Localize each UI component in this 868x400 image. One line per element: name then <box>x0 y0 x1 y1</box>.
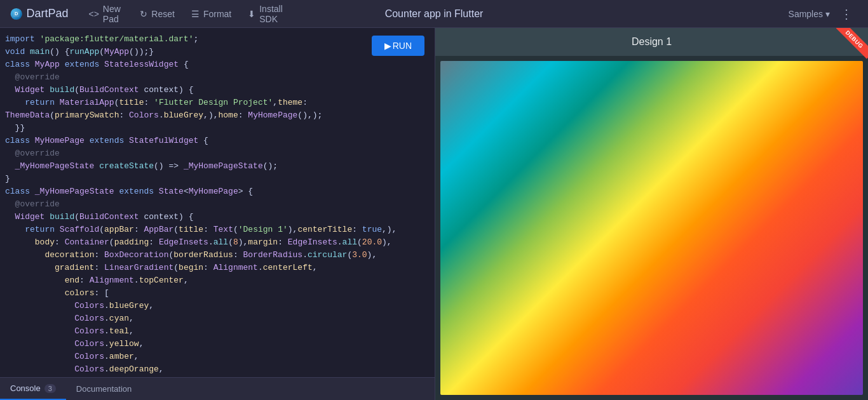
code-line: @override <box>0 71 435 84</box>
debug-ribbon <box>836 28 868 60</box>
code-line: return Scaffold(appBar: AppBar(title: Te… <box>0 223 435 236</box>
reset-button[interactable]: ↻ Reset <box>133 6 181 22</box>
code-line: decoration: BoxDecoration(borderRadius: … <box>0 249 435 262</box>
documentation-tab[interactable]: Documentation <box>66 378 142 400</box>
code-line: Colors.amber, <box>0 350 435 363</box>
code-line: Colors.red, <box>0 376 435 377</box>
code-line: body: Container(padding: EdgeInsets.all(… <box>0 236 435 249</box>
preview-header: Design 1 <box>435 28 868 56</box>
dart-logo-icon: D <box>10 5 22 23</box>
run-icon: ▶ <box>384 41 391 51</box>
main-content: ▶ RUN import 'package:flutter/material.d… <box>0 28 868 400</box>
preview-title: Design 1 <box>632 36 672 48</box>
code-line: }} <box>0 122 435 135</box>
console-tab[interactable]: Console 3 <box>0 378 66 400</box>
topbar: D DartPad <> New Pad ↻ Reset ☰ Format ⬇ … <box>0 0 868 28</box>
app-title: Counter app in Flutter <box>293 8 576 20</box>
right-panel: Design 1 <box>435 28 868 400</box>
code-line: class _MyHomePageState extends State<MyH… <box>0 185 435 198</box>
left-panel: ▶ RUN import 'package:flutter/material.d… <box>0 28 435 400</box>
code-line: ThemeData(primarySwatch: Colors.blueGrey… <box>0 109 435 122</box>
code-line: Widget build(BuildContext context) { <box>0 84 435 97</box>
topbar-right: Samples ▾ ⋮ <box>575 4 858 24</box>
run-button-container: ▶ RUN <box>372 36 424 56</box>
code-line: Widget build(BuildContext context) { <box>0 211 435 223</box>
download-icon: ⬇ <box>248 9 255 19</box>
code-line: Colors.yellow, <box>0 338 435 350</box>
code-line: _MyHomePageState createState() => _MyHom… <box>0 160 435 173</box>
code-line: gradient: LinearGradient(begin: Alignmen… <box>0 262 435 274</box>
console-badge: 3 <box>44 384 56 393</box>
install-sdk-button[interactable]: ⬇ Install SDK <box>241 1 292 27</box>
code-line: class MyApp extends StatelessWidget { <box>0 58 435 71</box>
reset-icon: ↻ <box>140 9 147 19</box>
preview-canvas <box>440 61 863 395</box>
code-line: } <box>0 173 435 185</box>
code-line: Colors.teal, <box>0 325 435 338</box>
samples-button[interactable]: Samples ▾ <box>789 9 830 19</box>
brand-label: DartPad <box>26 7 68 20</box>
format-icon: ☰ <box>191 9 200 19</box>
svg-text:D: D <box>15 10 18 16</box>
code-line: import 'package:flutter/material.dart'; <box>0 33 435 46</box>
more-options-button[interactable]: ⋮ <box>835 4 858 24</box>
code-line: @override <box>0 198 435 211</box>
chevron-down-icon: ▾ <box>825 9 830 19</box>
code-line: colors: [ <box>0 287 435 300</box>
format-button[interactable]: ☰ Format <box>185 6 238 22</box>
code-line: class MyHomePage extends StatefulWidget … <box>0 135 435 147</box>
new-pad-button[interactable]: <> New Pad <box>82 1 130 27</box>
run-button[interactable]: ▶ RUN <box>372 36 424 56</box>
code-line: return MaterialApp(title: 'Flutter Desig… <box>0 97 435 109</box>
code-editor[interactable]: ▶ RUN import 'package:flutter/material.d… <box>0 28 435 377</box>
new-pad-icon: <> <box>88 9 98 19</box>
bottom-tabs: Console 3 Documentation <box>0 377 435 400</box>
code-line: Colors.deepOrange, <box>0 363 435 376</box>
code-line: Colors.cyan, <box>0 312 435 325</box>
code-line: Colors.blueGrey, <box>0 300 435 312</box>
code-line: @override <box>0 147 435 160</box>
topbar-left: D DartPad <> New Pad ↻ Reset ☰ Format ⬇ … <box>10 1 293 27</box>
code-line: void main() {runApp(MyApp());} <box>0 46 435 58</box>
gradient-display <box>440 61 863 395</box>
code-line: end: Alignment.topCenter, <box>0 274 435 287</box>
